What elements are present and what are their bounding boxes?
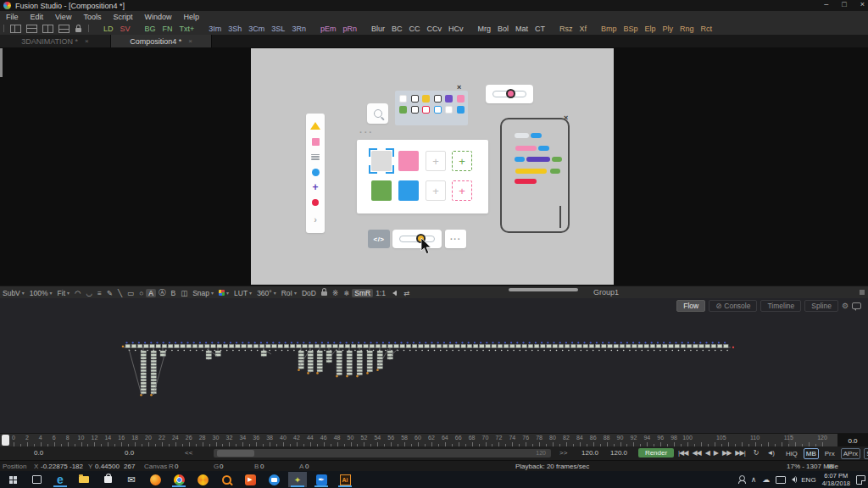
audio-mute-button[interactable]: ◄) (766, 449, 774, 457)
flow-node[interactable] (565, 345, 570, 348)
flow-node[interactable] (308, 354, 314, 357)
flow-node[interactable] (151, 360, 157, 363)
playhead[interactable] (2, 435, 9, 446)
flow-node[interactable] (141, 388, 147, 391)
flow-node[interactable] (141, 391, 147, 394)
flow-node[interactable] (326, 351, 332, 353)
flow-node[interactable] (206, 354, 212, 357)
flow-node[interactable] (211, 345, 216, 348)
tool-bmp[interactable]: Bmp (598, 25, 620, 33)
line-tool-icon[interactable]: ╲ (115, 289, 125, 297)
flow-node[interactable] (425, 345, 430, 348)
rectangle-tool-icon[interactable]: ▭ (125, 289, 136, 297)
flow-node[interactable] (419, 345, 424, 348)
flow-node[interactable] (141, 382, 147, 385)
flow-node[interactable] (357, 373, 363, 375)
flow-node[interactable] (638, 345, 643, 348)
flow-node[interactable] (367, 367, 373, 369)
flow-node[interactable] (151, 354, 157, 357)
color-swatch[interactable] (434, 106, 442, 114)
flow-node[interactable] (253, 345, 259, 348)
flow-node[interactable] (308, 367, 314, 369)
flow-node[interactable] (156, 345, 161, 348)
flow-node[interactable] (358, 345, 363, 348)
fast-forward-button[interactable]: ▶▶ (722, 449, 731, 457)
timeline-scrollbar[interactable]: 120 (214, 449, 551, 458)
color-swatch[interactable] (422, 95, 430, 103)
render-button[interactable]: Render (638, 448, 674, 458)
flow-node[interactable] (412, 345, 417, 348)
flow-node[interactable] (181, 345, 186, 348)
tab-close-icon[interactable]: × (85, 37, 89, 45)
flow-node[interactable] (303, 345, 308, 348)
flow-node[interactable] (522, 345, 527, 348)
viewerbar-corner-icon[interactable] (860, 290, 865, 295)
tool-ct[interactable]: CT (531, 25, 548, 33)
mail-icon[interactable]: ✉ (122, 472, 141, 487)
cloud-icon[interactable]: ☁ (762, 475, 770, 484)
hiq-button[interactable]: HiQ (783, 448, 800, 459)
flow-node[interactable] (516, 345, 521, 348)
flow-node[interactable] (357, 357, 363, 359)
flow-node[interactable] (357, 360, 363, 363)
flow-node[interactable] (357, 354, 363, 357)
flow-node[interactable] (347, 363, 353, 366)
tool-rng[interactable]: Rng (676, 25, 698, 33)
dod-button[interactable]: DoD (299, 289, 319, 297)
flow-node[interactable] (347, 357, 353, 359)
flow-node[interactable] (326, 360, 332, 363)
flow-node[interactable] (367, 363, 373, 366)
menu-tools[interactable]: Tools (77, 13, 107, 21)
flow-node[interactable] (141, 379, 147, 381)
viewer-horizontal-scrollbar[interactable] (509, 288, 578, 291)
flow-comment-icon[interactable] (852, 302, 861, 309)
tool-mat[interactable]: Mat (512, 25, 531, 33)
tool-rct[interactable]: Rct (698, 25, 716, 33)
checker-underlay-menu[interactable]: ▾ (216, 290, 231, 296)
layout-pane-3[interactable] (42, 25, 53, 33)
tool-txt[interactable]: Txt+ (176, 25, 198, 33)
flow-node[interactable] (589, 345, 594, 348)
flow-node[interactable] (337, 373, 342, 375)
flow-node[interactable] (632, 345, 637, 348)
flow-node[interactable] (175, 345, 180, 348)
flow-node[interactable] (461, 345, 466, 348)
flow-node[interactable] (266, 345, 271, 348)
lut-menu[interactable]: LUT▾ (231, 289, 254, 297)
zoom-level-menu[interactable]: 100%▾ (27, 289, 55, 297)
lock-icon[interactable] (75, 28, 81, 32)
flow-node[interactable] (437, 345, 442, 348)
flow-node[interactable] (317, 354, 323, 357)
flow-node[interactable] (308, 363, 314, 366)
flow-node[interactable] (309, 345, 314, 348)
flow-node[interactable] (644, 345, 649, 348)
freeze-icon[interactable]: ❄ (341, 289, 352, 297)
flow-node[interactable] (131, 345, 136, 348)
split-view-icon[interactable]: ◫ (178, 289, 190, 297)
flow-node[interactable] (151, 367, 157, 369)
tool-3rn[interactable]: 3Rn (288, 25, 309, 33)
flow-node[interactable] (480, 345, 485, 348)
tool-prn[interactable]: pRn (339, 25, 360, 33)
show-controls-icon[interactable]: ※ (330, 289, 341, 297)
flow-tab-flow[interactable]: Flow (676, 300, 705, 312)
flow-node[interactable] (583, 345, 588, 348)
volume-icon[interactable] (792, 477, 795, 482)
flow-node[interactable] (406, 345, 411, 348)
flow-node[interactable] (351, 345, 356, 348)
menu-help[interactable]: Help (177, 13, 205, 21)
flow-node[interactable] (534, 345, 539, 348)
flow-node[interactable] (339, 345, 344, 348)
card-item-fill[interactable] (398, 180, 419, 201)
tool-3cm[interactable]: 3Cm (245, 25, 268, 33)
flow-node[interactable] (675, 345, 680, 348)
flow-node[interactable] (486, 345, 491, 348)
color-swatch[interactable] (445, 106, 453, 114)
flow-node[interactable] (337, 363, 342, 366)
flow-node[interactable] (320, 345, 326, 348)
flow-node[interactable] (387, 351, 393, 353)
tool-bsp[interactable]: BSp (620, 25, 642, 33)
search-tool-icon[interactable] (217, 472, 236, 487)
autoproxy-button[interactable]: APrx (841, 448, 860, 459)
flow-node[interactable] (711, 345, 716, 348)
